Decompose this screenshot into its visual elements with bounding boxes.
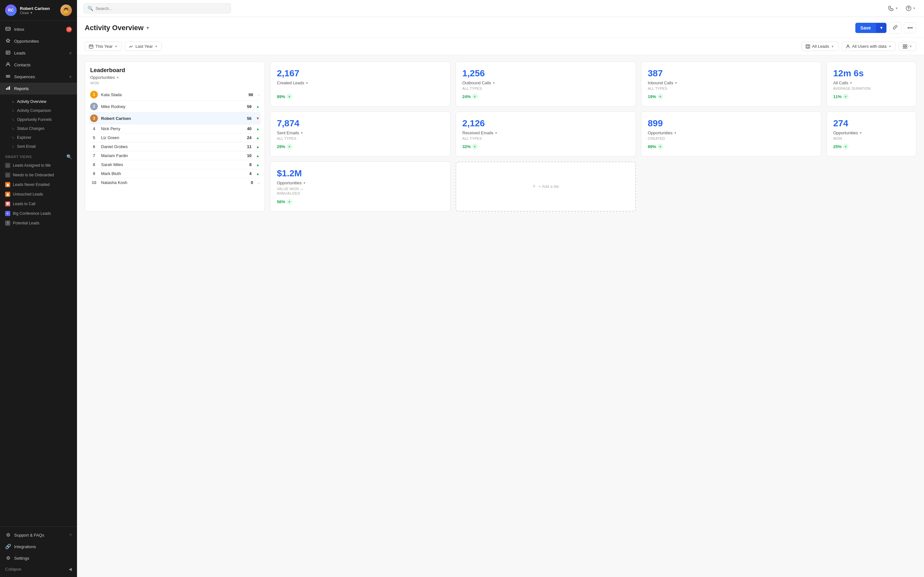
save-button[interactable]: Save xyxy=(855,23,876,33)
sidebar-item-integrations[interactable]: 🔗 Integrations xyxy=(0,541,77,552)
tile-label-chevron[interactable]: ▼ xyxy=(850,81,853,85)
sidebar-item-inbox[interactable]: Inbox 19 xyxy=(0,23,77,35)
more-options-button[interactable]: ••• xyxy=(904,23,916,33)
tile-label-chevron[interactable]: ▼ xyxy=(305,81,309,85)
this-year-filter[interactable]: This Year ▼ xyxy=(85,42,121,51)
smart-view-potential-leads[interactable]: ? Potential Leads xyxy=(0,218,77,228)
svg-rect-11 xyxy=(806,47,808,48)
rank-number: 5 xyxy=(90,135,98,140)
phone-chevron-icon: ▼ xyxy=(895,7,898,10)
page-title: Activity Overview ▼ xyxy=(85,24,150,32)
tile-label: Outbound Calls ▼ xyxy=(462,81,629,85)
subnav-opportunity-funnels[interactable]: ↳ Opportunity Funnels xyxy=(0,115,77,124)
all-leads-filter[interactable]: All Leads ▼ xyxy=(801,42,838,51)
smart-view-leads-never-emailed[interactable]: 📋 Leads Never Emailed xyxy=(0,180,77,189)
view-toggle-button[interactable]: ▼ xyxy=(899,42,916,51)
leaderboard-sub[interactable]: Opportunities ▼ xyxy=(90,75,260,80)
smart-view-label: Leads Assigned to Me xyxy=(13,163,51,168)
main-content: 🔍 ▼ ▼ Activity Overview ▼ Save ▼ xyxy=(77,0,924,577)
last-year-filter[interactable]: Last Year ▼ xyxy=(125,42,162,51)
subnav-status-changes[interactable]: ↳ Status Changes xyxy=(0,124,77,133)
subnav-sent-email[interactable]: ↳ Sent Email xyxy=(0,142,77,151)
subnav-activity-comparison[interactable]: ↳ Activity Comparison xyxy=(0,106,77,115)
tile-value: 899 xyxy=(648,118,814,129)
percent-up-icon: + xyxy=(657,93,663,99)
svg-rect-17 xyxy=(903,47,905,48)
add-tile-button[interactable]: + + Add a tile xyxy=(456,161,636,211)
smart-view-leads-assigned[interactable]: □ Leads Assigned to Me xyxy=(0,161,77,170)
avatar: RC xyxy=(5,5,17,16)
smart-view-label: Big Conference Leads xyxy=(13,211,51,216)
tile-label: Opportunities ▼ xyxy=(833,131,909,135)
smart-views-search-icon[interactable]: 🔍 xyxy=(66,154,72,159)
leaderboard-title: Leaderboard xyxy=(90,67,260,74)
svg-rect-13 xyxy=(808,47,809,48)
sidebar-item-support[interactable]: ⚙ Support & FAQs ↗ xyxy=(0,529,77,541)
rank-number: 9 xyxy=(90,171,98,176)
subnav-arrow-icon: ↳ xyxy=(11,145,15,149)
tile-value: 2,126 xyxy=(462,118,629,129)
subnav-arrow-icon: ↳ xyxy=(11,118,15,122)
help-button[interactable]: ▼ xyxy=(904,4,918,13)
tile-label-chevron[interactable]: ▼ xyxy=(859,131,862,135)
filter-bar-right: All Leads ▼ All Users with data ▼ ▼ xyxy=(801,42,916,51)
percent-up-icon: + xyxy=(472,93,478,99)
subnav-explorer[interactable]: ↳ Explorer xyxy=(0,133,77,142)
tile-label-chevron[interactable]: ▼ xyxy=(674,131,677,135)
tile-label-chevron[interactable]: ▼ xyxy=(495,131,498,135)
link-button[interactable] xyxy=(889,22,901,34)
search-box[interactable]: 🔍 xyxy=(83,3,231,13)
lb-trend-icon: ▲ xyxy=(256,105,260,108)
rank-number: 4 xyxy=(90,126,98,131)
topbar-right: ▼ ▼ xyxy=(886,4,918,13)
sidebar-item-leads[interactable]: Leads + xyxy=(0,47,77,59)
smart-view-leads-to-call[interactable]: 📊 Leads to Call xyxy=(0,199,77,209)
svg-point-14 xyxy=(847,45,849,47)
page-title-chevron[interactable]: ▼ xyxy=(145,25,150,31)
rank-number: 8 xyxy=(90,162,98,167)
user-sub[interactable]: Close ▼ xyxy=(20,11,50,15)
tile-value: $1.2M xyxy=(277,168,444,179)
all-users-filter[interactable]: All Users with data ▼ xyxy=(842,42,896,51)
add-lead-icon[interactable]: + xyxy=(69,50,72,56)
save-dropdown-button[interactable]: ▼ xyxy=(876,23,887,33)
smart-view-label: Needs to be Onboarded xyxy=(13,173,54,177)
main-nav: Inbox 19 Opportunities Leads + Contacts xyxy=(0,21,77,97)
tile-label-chevron[interactable]: ▼ xyxy=(303,181,306,185)
smart-view-big-conference[interactable]: ✈ Big Conference Leads xyxy=(0,209,77,218)
percent-up-icon: + xyxy=(286,199,292,205)
leaderboard-row-6: 6 Daniel Grobes 11 ▲ xyxy=(90,142,260,151)
search-input[interactable] xyxy=(95,6,227,11)
tile-percent: 89% + xyxy=(277,93,444,99)
tile-sublabel: ALL TYPES xyxy=(648,87,814,90)
tile-sublabel: AVERAGE DURATION xyxy=(833,87,909,90)
lb-score: 4 xyxy=(249,171,252,176)
sidebar-item-contacts[interactable]: Contacts xyxy=(0,59,77,71)
smart-view-untouched-leads[interactable]: 📋 Untouched Leads xyxy=(0,189,77,199)
subnav-activity-overview[interactable]: ↳ Activity Overview xyxy=(0,97,77,106)
chevron-down-icon: ▼ xyxy=(30,11,33,15)
smart-view-label: Potential Leads xyxy=(13,221,39,226)
tile-label-chevron[interactable]: ▼ xyxy=(675,81,678,85)
leaderboard-won: WON xyxy=(90,81,260,85)
smart-view-needs-onboarded[interactable]: □ Needs to be Onboarded xyxy=(0,170,77,180)
tile-label-chevron[interactable]: ▼ xyxy=(300,131,303,135)
leaderboard: Leaderboard Opportunities ▼ WON 1 Kata S… xyxy=(85,61,265,211)
sidebar-item-settings[interactable]: ⚙ Settings xyxy=(0,552,77,564)
phone-button[interactable]: ▼ xyxy=(886,4,900,13)
tile-label: Opportunities ▼ xyxy=(648,131,814,135)
sidebar-item-opportunities[interactable]: Opportunities xyxy=(0,35,77,47)
add-sequence-icon[interactable]: + xyxy=(69,74,72,80)
smart-view-label: Leads to Call xyxy=(13,201,35,206)
tile-opportunities-value: $1.2M Opportunities ▼ VALUE WON —ANNUALI… xyxy=(270,161,451,211)
tile-opportunities-won: 274 Opportunities ▼ WON 25% + xyxy=(827,111,916,156)
tile-label: Opportunities ▼ xyxy=(277,181,444,185)
avatar-photo: 👨 xyxy=(60,5,72,16)
tile-label-chevron[interactable]: ▼ xyxy=(493,81,495,85)
collapse-button[interactable]: Collapse ◀ xyxy=(0,564,77,574)
sidebar-item-sequences[interactable]: Sequences + xyxy=(0,71,77,83)
leaderboard-chevron: ▼ xyxy=(116,76,119,79)
sidebar-item-reports[interactable]: Reports xyxy=(0,83,77,95)
tile-percent: 56% + xyxy=(277,199,444,205)
rank-number: 6 xyxy=(90,144,98,149)
